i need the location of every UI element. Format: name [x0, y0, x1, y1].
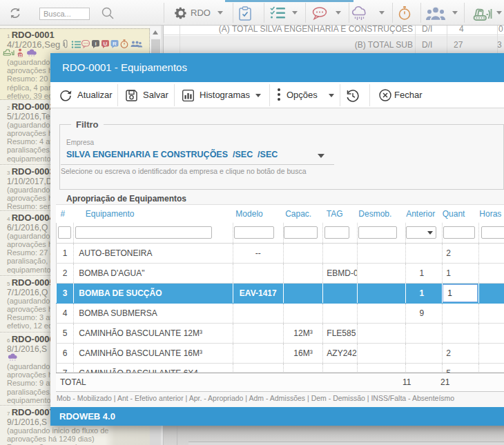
svg-text:R: R	[113, 41, 117, 47]
svg-text:U: U	[104, 41, 108, 47]
svg-text:15: 15	[19, 53, 23, 57]
svg-text:i: i	[95, 41, 96, 47]
